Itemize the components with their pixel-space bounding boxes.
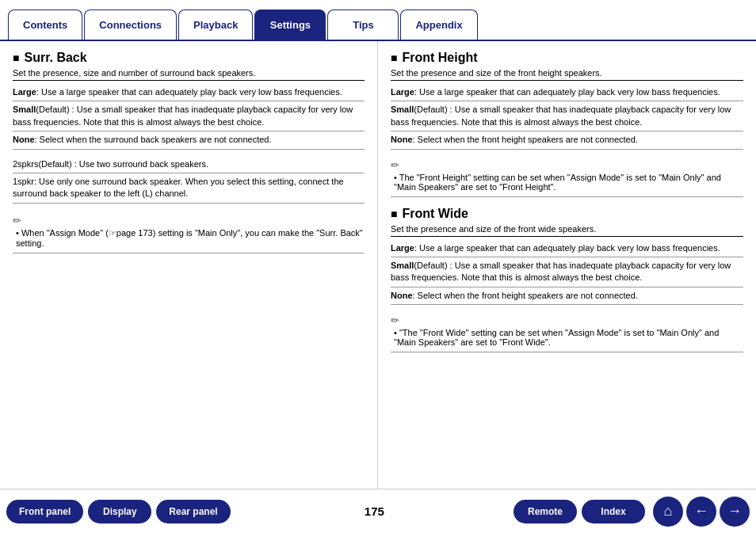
front-wide-none: None: Select when the front height speak…	[391, 287, 743, 305]
surr-back-title: Surr. Back	[13, 51, 365, 65]
front-wide-small: Small(Default) : Use a small speaker tha…	[391, 257, 743, 287]
right-column: Front Height Set the presence and size o…	[378, 41, 756, 489]
surr-back-note-text: • When "Assign Mode" (☞page 173) setting…	[13, 228, 365, 248]
front-height-none-label: None	[391, 135, 413, 144]
front-wide-small-text: (Default) : Use a small speaker that has…	[391, 261, 731, 282]
front-wide-large-text: : Use a large speaker that can adequatel…	[414, 243, 720, 253]
main-content: Surr. Back Set the presence, size and nu…	[0, 41, 756, 489]
home-button[interactable]: ⌂	[653, 497, 683, 527]
index-button[interactable]: Index	[582, 500, 645, 523]
front-height-large-label: Large	[391, 87, 414, 97]
left-column: Surr. Back Set the presence, size and nu…	[0, 41, 378, 489]
front-wide-note-text: • "The "Front Wide" setting can be set w…	[391, 328, 743, 347]
front-wide-note: ✏ • "The "Front Wide" setting can be set…	[391, 314, 743, 352]
2spkrs-text: (Default) : Use two surround back speake…	[38, 159, 208, 169]
rear-panel-button[interactable]: Rear panel	[156, 500, 230, 523]
front-wide-none-text: : Select when the front height speakers …	[413, 291, 638, 300]
bottom-bar: Front panel Display Rear panel 175 Remot…	[0, 489, 756, 533]
front-height-small-label: Small	[391, 105, 414, 114]
front-height-small-text: (Default) : Use a small speaker that has…	[391, 105, 731, 126]
back-button[interactable]: ←	[686, 497, 716, 527]
tab-settings[interactable]: Settings	[254, 10, 326, 40]
front-height-large-text: : Use a large speaker that can adequatel…	[414, 87, 720, 97]
front-height-note: ✏ • The "Front Height" setting can be se…	[391, 159, 743, 197]
front-wide-small-label: Small	[391, 261, 414, 270]
surr-back-large-label: Large	[13, 87, 36, 97]
surr-back-1spkr: 1spkr: Use only one surround back speake…	[13, 173, 365, 204]
tab-contents[interactable]: Contents	[8, 10, 82, 40]
surr-back-small-text: (Default) : Use a small speaker that has…	[13, 105, 353, 126]
front-height-subtitle: Set the presence and size of the front h…	[391, 68, 743, 81]
front-height-none: None: Select when the front height speak…	[391, 131, 743, 149]
front-panel-button[interactable]: Front panel	[6, 500, 83, 523]
page-number: 175	[235, 504, 514, 518]
tab-playback[interactable]: Playback	[178, 10, 253, 40]
front-wide-large: Large: Use a large speaker that can adeq…	[391, 240, 743, 257]
tab-connections[interactable]: Connections	[84, 10, 177, 40]
front-wide-subtitle: Set the presence and size of the front w…	[391, 224, 743, 237]
pencil-icon-front-wide: ✏	[391, 314, 743, 326]
surr-back-large-text: : Use a large speaker that can adequatel…	[36, 87, 342, 97]
tab-appendix[interactable]: Appendix	[400, 10, 477, 40]
1spkr-label: 1spkr	[13, 177, 34, 186]
front-height-large: Large: Use a large speaker that can adeq…	[391, 84, 743, 101]
front-height-note-text: • The "Front Height" setting can be set …	[391, 173, 743, 192]
surr-back-large: Large: Use a large speaker that can adeq…	[13, 84, 365, 101]
surr-back-none-label: None	[13, 135, 35, 144]
front-wide-large-label: Large	[391, 243, 414, 253]
surr-back-small: Small(Default) : Use a small speaker tha…	[13, 101, 365, 131]
front-height-small: Small(Default) : Use a small speaker tha…	[391, 101, 743, 131]
surr-back-small-label: Small	[13, 105, 36, 114]
surr-back-subtitle: Set the presence, size and number of sur…	[13, 68, 365, 81]
tab-navigation: Contents Connections Playback Settings T…	[0, 0, 756, 41]
surr-back-2spkrs: 2spkrs(Default) : Use two surround back …	[13, 156, 365, 173]
front-wide-none-label: None	[391, 291, 413, 300]
surr-back-note: ✏ • When "Assign Mode" (☞page 173) setti…	[13, 215, 365, 253]
remote-button[interactable]: Remote	[514, 500, 577, 523]
front-height-title: Front Height	[391, 51, 743, 65]
forward-button[interactable]: →	[720, 497, 750, 527]
display-button[interactable]: Display	[88, 500, 151, 523]
1spkr-text: : Use only one surround back speaker. Wh…	[13, 177, 344, 198]
tab-tips[interactable]: Tips	[327, 10, 399, 40]
pencil-icon-left: ✏	[13, 215, 365, 227]
surr-back-none: None: Select when the surround back spea…	[13, 131, 365, 149]
front-wide-title: Front Wide	[391, 207, 743, 221]
surr-back-none-text: : Select when the surround back speakers…	[35, 135, 272, 144]
pencil-icon-front-height: ✏	[391, 159, 743, 171]
2spkrs-label: 2spkrs	[13, 159, 38, 169]
front-height-none-text: : Select when the front height speakers …	[413, 135, 638, 144]
